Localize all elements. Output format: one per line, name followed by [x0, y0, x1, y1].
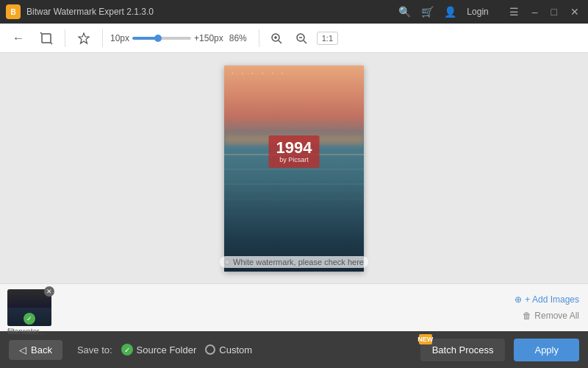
- app-logo: B: [6, 4, 21, 19]
- window-controls: ☰ – □ ✕: [506, 4, 582, 19]
- bottom-bar: ◁ Back Save to: ✓ Source Folder Custom N…: [0, 331, 588, 368]
- maximize-button[interactable]: □: [548, 4, 560, 19]
- notice-dot: [224, 259, 230, 265]
- add-images-button[interactable]: ⊕ + Add Images: [513, 293, 581, 306]
- cart-icon[interactable]: 🛒: [421, 6, 434, 18]
- thumbnail-close-button[interactable]: ✕: [44, 286, 54, 297]
- watermark-sub: by Picsart: [276, 156, 312, 163]
- thumbnail-label: filterwatermark.jpg: [7, 328, 51, 336]
- zoom-min-label: 10px: [110, 33, 129, 43]
- toolbar-separator-2: [102, 29, 103, 47]
- apply-button[interactable]: Apply: [514, 339, 579, 361]
- search-icon[interactable]: 🔍: [398, 6, 411, 18]
- brush-tool-button[interactable]: [73, 27, 95, 49]
- water-ref-2: [224, 169, 364, 170]
- zoom-out-button[interactable]: [292, 29, 311, 48]
- zoom-in-button[interactable]: [267, 29, 286, 48]
- svg-line-7: [279, 40, 282, 43]
- login-button[interactable]: Login: [467, 7, 488, 17]
- zoom-controls: 10px +150px: [110, 33, 223, 43]
- custom-label: Custom: [219, 344, 252, 355]
- app-title: Bitwar Watermark Expert 2.1.3.0: [26, 7, 398, 17]
- custom-radio: [205, 344, 215, 355]
- zoom-max-label: +150px: [194, 33, 223, 43]
- watermark-year: 1994: [276, 140, 312, 156]
- thumbnail-strip: ✓ ✕ filterwatermark.jpg ⊕ + Add Images 🗑…: [0, 283, 588, 331]
- toolbar-separator: [65, 29, 65, 47]
- save-to-radio-group: ✓ Source Folder Custom: [121, 344, 252, 355]
- batch-process-button[interactable]: NEW Batch Process: [420, 339, 506, 361]
- zoom-percent-label: 86%: [229, 33, 251, 43]
- svg-rect-0: [42, 34, 51, 43]
- title-bar: B Bitwar Watermark Expert 2.1.3.0 🔍 🛒 👤 …: [0, 0, 588, 24]
- thumbnail-actions: ⊕ + Add Images 🗑 Remove All: [513, 293, 581, 322]
- image-container: 1994 by Picsart White watermark, please …: [224, 66, 364, 272]
- water-ref-4: [224, 198, 364, 200]
- svg-line-1: [40, 32, 42, 34]
- back-button[interactable]: ◁ Back: [9, 340, 62, 360]
- svg-marker-3: [79, 33, 89, 43]
- water-ref-5: [224, 213, 364, 216]
- zoom-slider-thumb: [154, 35, 162, 42]
- close-button[interactable]: ✕: [567, 4, 582, 19]
- batch-new-badge: NEW: [419, 334, 432, 344]
- source-folder-check-icon: ✓: [121, 344, 133, 355]
- white-watermark-notice[interactable]: White watermark, please check here: [220, 256, 368, 268]
- user-icon: 👤: [444, 6, 456, 18]
- source-folder-label: Source Folder: [137, 344, 197, 355]
- preview-image: 1994 by Picsart: [224, 66, 364, 272]
- remove-all-button[interactable]: 🗑 Remove All: [521, 309, 581, 322]
- main-area: 1994 by Picsart White watermark, please …: [0, 53, 588, 331]
- save-to-label: Save to:: [77, 344, 112, 355]
- title-bar-icon-group: 🔍 🛒 👤 Login: [398, 6, 500, 18]
- canvas-area: 1994 by Picsart White watermark, please …: [0, 53, 588, 283]
- svg-line-10: [304, 40, 306, 43]
- minimize-button[interactable]: –: [529, 4, 541, 19]
- zoom-fit-button[interactable]: 1:1: [317, 32, 338, 45]
- svg-line-2: [51, 43, 52, 44]
- menu-icon[interactable]: ☰: [506, 4, 522, 19]
- source-folder-option[interactable]: ✓ Source Folder: [121, 344, 197, 355]
- water-ref-3: [224, 183, 364, 185]
- watermark-badge: 1994 by Picsart: [269, 135, 320, 168]
- thumbnail-check-icon: ✓: [24, 313, 35, 325]
- zoom-slider[interactable]: [132, 37, 191, 40]
- notice-text: White watermark, please check here: [233, 258, 364, 266]
- trash-icon: 🗑: [523, 311, 531, 321]
- custom-option[interactable]: Custom: [205, 344, 252, 355]
- back-toolbar-button[interactable]: ←: [7, 27, 29, 49]
- back-arrow-icon: ◁: [19, 344, 26, 355]
- toolbar: ← 10px +150px 86%: [0, 24, 588, 53]
- plus-icon: ⊕: [514, 294, 522, 305]
- toolbar-separator-3: [259, 29, 259, 47]
- thumbnail-item: ✓ ✕ filterwatermark.jpg: [7, 289, 51, 326]
- crop-tool-button[interactable]: [35, 27, 57, 49]
